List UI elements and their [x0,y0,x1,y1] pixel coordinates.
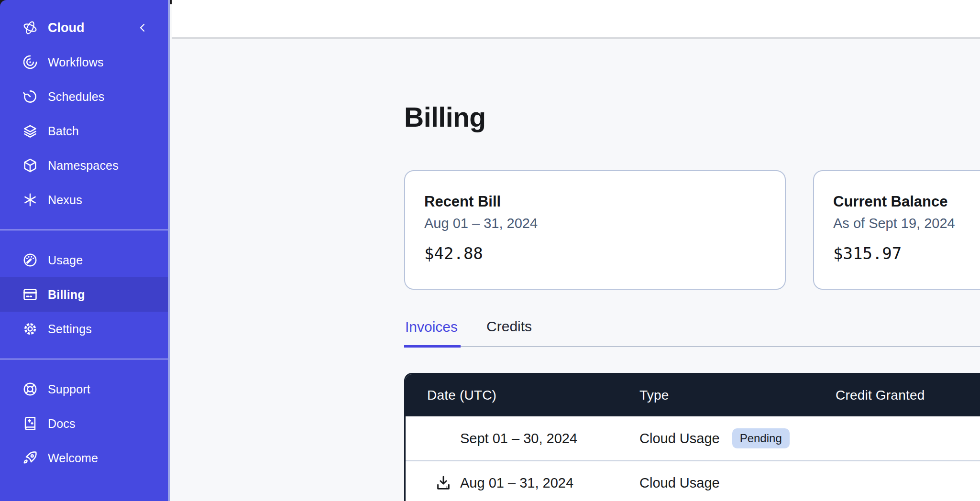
card-title: Current Balance [833,193,980,210]
workflows-icon [22,54,38,70]
column-header-type: Type [639,388,836,403]
namespaces-icon [22,157,38,174]
invoice-type-cell: Cloud Usage Pending [639,428,836,448]
sidebar-item-docs[interactable]: Docs [0,406,168,441]
download-invoice-button[interactable] [434,474,452,492]
sidebar-item-support[interactable]: Support [0,372,168,406]
sidebar-brand[interactable]: Cloud [0,11,168,45]
sidebar-item-label: Schedules [48,90,105,104]
sidebar-item-schedules[interactable]: Schedules [0,79,168,114]
sidebar-item-label: Docs [48,417,76,431]
docs-icon [22,415,38,432]
card-amount: $42.88 [424,244,766,263]
invoice-date: Aug 01 – 31, 2024 [460,475,573,491]
sidebar-item-batch[interactable]: Batch [0,114,168,148]
sidebar-item-label: Usage [48,253,83,267]
chevron-left-icon [136,22,149,34]
billing-tabs: Invoices Credits [404,318,980,347]
brand-label: Cloud [48,21,84,35]
sidebar-item-welcome[interactable]: Welcome [0,441,168,475]
sidebar-item-settings[interactable]: Settings [0,312,168,346]
sidebar-item-workflows[interactable]: Workflows [0,45,168,79]
schedules-icon [22,88,38,105]
sidebar-item-label: Settings [48,322,92,336]
sidebar-item-label: Workflows [48,55,104,69]
batch-icon [22,123,38,139]
sidebar: Cloud Workflows Schedules Batch [0,0,170,501]
sidebar-item-label: Batch [48,124,79,138]
column-header-date: Date (UTC) [406,388,639,403]
sidebar-item-label: Nexus [48,193,82,207]
recent-bill-card: Recent Bill Aug 01 – 31, 2024 $42.88 [404,170,786,290]
sidebar-item-label: Welcome [48,451,98,465]
invoice-type-cell: Cloud Usage [639,475,836,491]
support-icon [22,381,38,397]
summary-cards-row: Recent Bill Aug 01 – 31, 2024 $42.88 Cur… [404,170,980,290]
top-header-bar [172,0,980,39]
page-title: Billing [404,101,980,133]
nexus-icon [22,192,38,208]
sidebar-item-billing[interactable]: Billing [0,277,168,312]
settings-icon [22,321,38,337]
main-area: Billing Recent Bill Aug 01 – 31, 2024 $4… [172,0,980,501]
invoice-date: Sept 01 – 30, 2024 [460,431,577,447]
download-icon [435,474,452,491]
sidebar-item-label: Support [48,382,90,396]
sidebar-item-nexus[interactable]: Nexus [0,183,168,217]
card-period: Aug 01 – 31, 2024 [424,216,766,231]
table-row: Sept 01 – 30, 2024 Cloud Usage Pending [406,416,980,460]
sidebar-collapse-button[interactable] [136,22,149,34]
temporal-cloud-icon [22,20,38,36]
table-row: Aug 01 – 31, 2024 Cloud Usage [406,460,980,501]
invoices-table: Date (UTC) Type Credit Granted Sept 01 –… [404,373,980,501]
card-title: Recent Bill [424,193,766,210]
status-badge: Pending [732,428,790,448]
sidebar-divider [0,229,168,230]
table-header-row: Date (UTC) Type Credit Granted [406,374,980,416]
invoice-date-cell: Aug 01 – 31, 2024 [406,474,639,492]
billing-page: Billing Recent Bill Aug 01 – 31, 2024 $4… [172,40,980,501]
tab-credits[interactable]: Credits [485,318,535,346]
sidebar-divider [0,359,168,359]
column-header-credit-granted: Credit Granted [836,388,980,403]
usage-icon [22,252,38,268]
card-period: As of Sept 19, 2024 [833,216,980,231]
sidebar-item-namespaces[interactable]: Namespaces [0,148,168,183]
card-amount: $315.97 [833,244,980,263]
current-balance-card: Current Balance As of Sept 19, 2024 $315… [813,170,980,290]
invoice-type: Cloud Usage [639,431,720,447]
tab-invoices[interactable]: Invoices [404,319,461,348]
sidebar-item-label: Billing [48,288,85,302]
invoice-date-cell: Sept 01 – 30, 2024 [406,429,639,447]
sidebar-item-label: Namespaces [48,159,119,173]
invoice-type: Cloud Usage [639,475,720,491]
welcome-rocket-icon [22,450,38,466]
sidebar-item-usage[interactable]: Usage [0,243,168,277]
billing-icon [22,286,38,303]
